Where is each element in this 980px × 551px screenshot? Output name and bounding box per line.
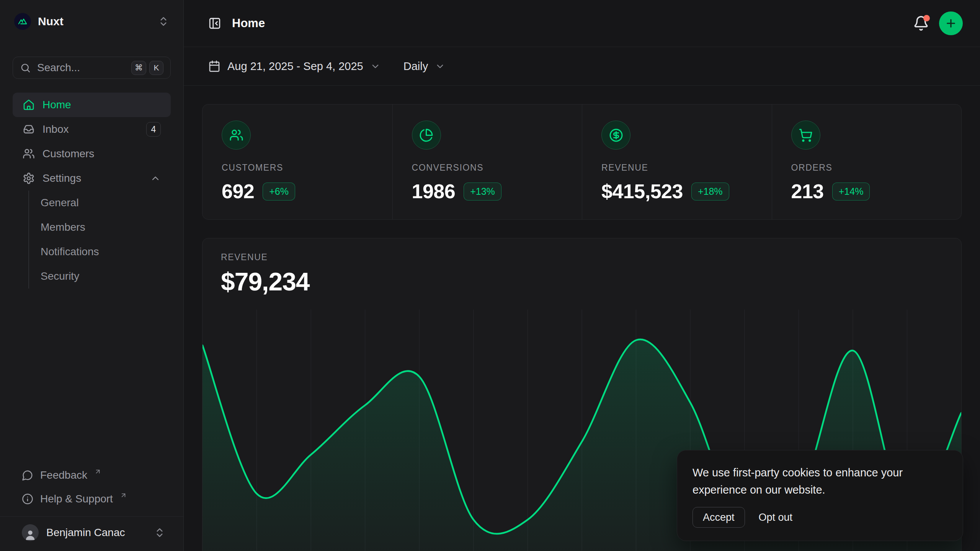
sidebar-item-label: Customers [42,148,94,160]
sidebar-item-label: Settings [42,172,81,184]
cookie-accept-button[interactable]: Accept [693,507,745,528]
cookie-actions: Accept Opt out [693,507,947,528]
stat-revenue[interactable]: REVENUE $415,523 +18% [582,104,772,219]
revenue-chart-label: REVENUE [221,252,943,262]
stats-card: CUSTOMERS 692 +6% CONVERSIONS 1986 +13% [202,104,962,220]
feedback-link[interactable]: Feedback [13,463,171,487]
sidebar-item-settings[interactable]: Settings [13,166,171,191]
date-range-value: Aug 21, 2025 - Sep 4, 2025 [227,60,363,73]
team-switcher[interactable]: Nuxt [13,13,171,30]
gear-icon [23,172,35,184]
chevron-down-icon [370,61,381,72]
nuxt-logo-icon [14,13,31,30]
info-circle-icon [22,493,33,505]
sidebar-item-general[interactable]: General [41,191,171,215]
notifications-button[interactable] [913,15,929,31]
app-root: { "brand": { "name": "Nuxt" }, "search":… [0,0,980,551]
stat-label: REVENUE [601,163,753,173]
revenue-chart-value: $79,234 [221,267,943,296]
users-icon [23,148,35,160]
pie-chart-icon [412,121,441,150]
main-area: Home Aug 21, 2025 - Sep 4, 2025 Daily [184,0,980,551]
stat-delta-badge: +13% [464,183,501,201]
chevron-down-icon [435,61,445,72]
sidebar-item-home[interactable]: Home [13,93,171,117]
search-input[interactable]: Search... ⌘ K [13,57,171,79]
shopping-cart-icon [791,121,820,150]
filter-bar: Aug 21, 2025 - Sep 4, 2025 Daily [184,47,980,86]
sidebar-item-notifications[interactable]: Notifications [41,240,171,264]
inbox-unread-badge: 4 [146,122,161,137]
sidebar-item-inbox[interactable]: Inbox 4 [13,117,171,142]
stat-label: CONVERSIONS [412,163,563,173]
sidebar-item-security[interactable]: Security [41,264,171,289]
sidebar-collapse-button[interactable] [208,16,222,30]
stat-delta-badge: +14% [832,183,870,201]
user-avatar [22,524,39,541]
stat-orders[interactable]: ORDERS 213 +14% [772,104,962,219]
users-icon [222,121,251,150]
revenue-chart-header: REVENUE $79,234 [203,238,961,296]
user-menu[interactable]: Benjamin Canac [13,517,171,551]
stat-value: 692 [222,180,254,203]
kbd-k: K [149,61,163,75]
sidebar-item-label: Home [42,99,71,111]
stat-value: 213 [791,180,824,203]
plus-icon [945,17,957,29]
stat-label: CUSTOMERS [222,163,373,173]
calendar-icon [208,60,220,72]
sidebar-item-customers[interactable]: Customers [13,142,171,166]
granularity-value: Daily [403,60,428,73]
stat-customers[interactable]: CUSTOMERS 692 +6% [203,104,392,219]
stat-delta-badge: +6% [263,183,295,201]
inbox-icon [23,123,35,135]
chevrons-up-down-icon [158,16,169,27]
stat-delta-badge: +18% [691,183,729,201]
arrow-up-right-icon [94,468,101,475]
sidebar-footer: Feedback Help & Support Benjamin Canac [13,463,171,551]
kbd-meta: ⌘ [131,61,146,75]
user-name: Benjamin Canac [46,527,146,539]
stat-value: $415,523 [601,180,683,203]
sidebar-nav: Home Inbox 4 Customers Settings [13,93,171,289]
settings-subnav: General Members Notifications Security [28,191,171,289]
cookie-optout-button[interactable]: Opt out [759,512,793,523]
search-kbd-hints: ⌘ K [131,61,163,75]
footer-link-label: Feedback [40,469,87,481]
search-placeholder: Search... [37,62,80,74]
circle-dollar-icon [601,121,630,150]
panel-left-close-icon [208,17,221,30]
sidebar: Nuxt Search... ⌘ K Home Inbox 4 [0,0,184,551]
sidebar-item-label: Inbox [42,123,69,135]
stat-conversions[interactable]: CONVERSIONS 1986 +13% [392,104,582,219]
home-icon [23,99,35,111]
help-support-link[interactable]: Help & Support [13,487,171,511]
footer-link-label: Help & Support [40,493,113,505]
sidebar-item-members[interactable]: Members [41,215,171,240]
stat-value: 1986 [412,180,456,203]
brand-name: Nuxt [38,15,151,28]
arrow-up-right-icon [120,492,127,499]
date-range-picker[interactable]: Aug 21, 2025 - Sep 4, 2025 [208,60,381,73]
cookie-banner: We use first-party cookies to enhance yo… [677,450,963,541]
granularity-select[interactable]: Daily [403,60,445,73]
page-title: Home [232,16,265,30]
top-header: Home [184,0,980,47]
chevron-up-icon [150,173,161,184]
message-bubble-icon [22,469,33,481]
chevrons-up-down-icon [154,527,165,538]
stat-label: ORDERS [791,163,942,173]
search-icon [20,62,31,73]
add-button[interactable] [939,11,963,35]
cookie-message: We use first-party cookies to enhance yo… [693,464,939,499]
notification-dot [923,15,930,21]
